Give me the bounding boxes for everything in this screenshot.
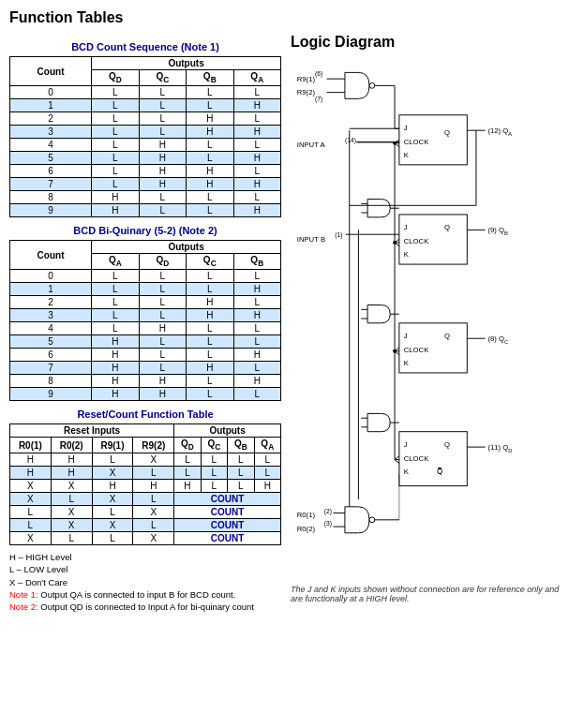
r02-cell: X [51,519,92,532]
qa-cell: L [92,270,139,283]
ff-qd-j: J [404,440,408,449]
qb-cell: L [187,139,233,152]
count-cell: 3 [10,309,92,322]
qa-cell: L [233,139,281,152]
table-row: 3 L L H H [10,309,281,322]
qa-cell: H [92,335,139,349]
qd-cell: L [139,296,186,309]
r02-cell: L [51,493,92,506]
r02-cell: X [51,506,92,519]
biq-qb-col: QB [233,254,281,270]
qd-cell: H [139,388,186,401]
ff-qb-k: K [404,250,410,259]
biq-outputs-col: Outputs [92,241,281,254]
qa-output-label: (12) QA [487,126,512,137]
qc-cell: L [139,126,186,139]
qb-cell: L [187,86,233,99]
qb-cell: L [233,296,281,309]
qb-cell: H [233,375,281,388]
input-a-num: (14) [345,137,356,144]
r91-cell: X [92,493,133,506]
qc-cell: H [187,362,233,375]
table-row: H H X L L L L L [10,467,281,480]
qd-cell: L [92,178,139,191]
r92-cell: H [133,480,174,493]
r01-col: R0(1) [10,438,52,453]
bcd-qd-col: QD [92,70,139,86]
qc-cell: L [187,375,233,388]
r92-cell: X [133,453,174,467]
bcd-biquinary-table: Count Outputs QA QD QC QB 0 L L L L1 L L… [9,240,281,401]
logic-diagram: R9(1) (6) R9(2) (7) J [291,56,553,581]
l-note: L – LOW Level [9,563,281,575]
qb-output-label: (9) QB [487,226,508,236]
svg-point-42 [393,141,397,145]
qa-cell: H [233,204,281,217]
note2: Note 2: Output QD is connected to Input … [9,601,281,613]
qa-cell: L [92,283,139,296]
qb-cell: L [233,335,281,349]
r91-cell: L [92,506,133,519]
r02-col: R0(2) [51,438,92,453]
qb-cell: L [228,467,254,480]
qb-cell: L [233,362,281,375]
qd-cell: L [139,283,186,296]
svg-point-44 [393,349,397,353]
qa-cell: H [233,126,281,139]
r92-cell: X [133,532,174,545]
qb-cell: L [228,453,254,467]
ff-qa-q: Q [444,128,450,137]
qd-cell: H [139,322,186,335]
qa-cell: H [233,99,281,112]
ff-qa-clock: CLOCK [404,138,429,146]
qa-cell: L [92,309,139,322]
qd-cell: L [92,126,139,139]
count-cell: 8 [10,375,92,388]
qa-cell: L [233,191,281,204]
bcd-qc-col: QC [139,70,186,86]
r02-num: (3) [324,520,332,527]
qd-cell: L [139,335,186,349]
r92-col: R9(2) [133,438,174,453]
count-cell: 3 [10,126,92,139]
table-row: 8 H L L L [10,191,281,204]
count-cell: 6 [10,349,92,362]
ff-qa-k: K [404,151,410,159]
count-cell: 7 [10,178,92,191]
bcd-qa-col: QA [233,70,281,86]
qb-cell: L [187,191,233,204]
table-row: X X H H H L L H [10,480,281,493]
table-row: X L L X COUNT [10,532,281,545]
qb-cell: H [233,349,281,362]
qc-cell: H [139,178,186,191]
r92-label: R9(2) [297,88,316,97]
reset-count-table: Reset Inputs Outputs R0(1) R0(2) R9(1) R… [9,423,281,545]
qc-cell: H [139,139,186,152]
svg-point-31 [369,517,375,523]
count-cell: 9 [10,388,92,401]
r91-cell: X [92,467,133,480]
ff-qd-k: K [404,468,410,476]
table-row: L X X L COUNT [10,519,281,532]
qd-cell: L [174,467,201,480]
r91-label: R9(1) [297,75,316,83]
h-note: H – HIGH Level [9,551,281,563]
qc-cell: L [139,204,186,217]
qd-cell: L [139,309,186,322]
qd-cell: H [92,191,139,204]
logic-diagram-title: Logic Diagram [291,34,560,51]
bcd-outputs-col: Outputs [92,57,281,70]
biq-qc-col: QC [187,254,233,270]
table-row: 0 L L L L [10,86,281,99]
count-cell: 8 [10,191,92,204]
count-cell: 7 [10,362,92,375]
qa-cell: L [233,112,281,126]
table-row: 1 L L L H [10,99,281,112]
r01-label: R0(1) [297,511,316,519]
r02-cell: H [51,467,92,480]
qc-cell: L [139,86,186,99]
r02-cell: X [51,480,92,493]
qd-cell: L [174,453,201,467]
table-row: 2 L L H L [10,296,281,309]
qc-col: QC [201,438,227,453]
